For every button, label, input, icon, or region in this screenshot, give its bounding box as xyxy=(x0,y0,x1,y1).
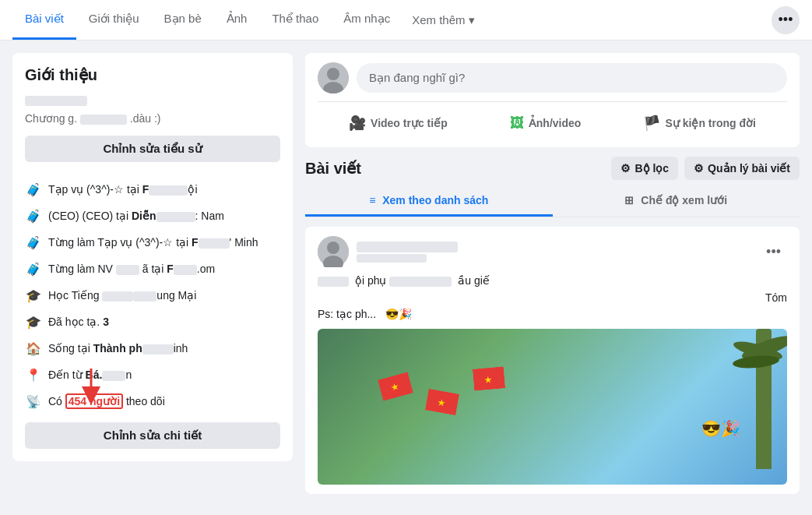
photo-action-button[interactable]: 🖼 Ảnh/video xyxy=(501,108,591,138)
event-action-button[interactable]: 🏴 Sự kiện trong đời xyxy=(634,108,765,138)
list-item: 🏠 Sống tại Thành phinh xyxy=(25,335,280,362)
home-icon: 🏠 xyxy=(25,340,42,357)
manage-icon: ⚙ xyxy=(694,162,704,175)
followers-item: 📡 Có 454 người theo dõi xyxy=(25,388,280,414)
posts-section: Bài viết ⚙ Bộ lọc ⚙ Quản lý bài viết ≡ X… xyxy=(305,157,800,494)
photo-label: Ảnh/video xyxy=(529,117,582,129)
event-label: Sự kiện trong đời xyxy=(665,117,755,129)
tab-the-thao[interactable]: Thể thao xyxy=(259,0,331,40)
list-item: 🧳 (CEO) (CEO) tại Diễn: Nam xyxy=(25,203,280,229)
info-text: (CEO) (CEO) tại Diễn: Nam xyxy=(48,210,280,222)
profile-nav: Bài viết Giới thiệu Bạn bè Ảnh Thể thao … xyxy=(0,0,812,41)
blurred-meta xyxy=(357,254,427,263)
post-emoji-overlay: 😎🎉 xyxy=(701,419,740,438)
post-card: ••• ội phụ ầu giế Tóm Ps: tạc ph... 😎🎉 xyxy=(305,227,800,494)
edit-detail-button[interactable]: Chỉnh sửa chi tiết xyxy=(25,422,280,449)
list-item: 🎓 Học Tiếng ung Mại xyxy=(25,282,280,309)
followers-icon: 📡 xyxy=(25,393,42,410)
list-item: 🧳 Từng làm Tạp vụ (^3^)-☆ tại F' Minh xyxy=(25,229,280,256)
flag-decoration: ★ xyxy=(425,389,459,416)
post-line: Tóm xyxy=(765,291,787,304)
post-author-name xyxy=(357,240,752,252)
grid-icon: ⊞ xyxy=(624,194,634,206)
intro-text: Chương g. .dàu :) xyxy=(25,112,280,125)
tab-xem-them[interactable]: Xem thêm ▾ xyxy=(402,9,483,32)
work-icon: 🧳 xyxy=(25,234,42,251)
tab-am-nhac[interactable]: Âm nhạc xyxy=(331,0,402,40)
posts-controls: ⚙ Bộ lọc ⚙ Quản lý bài viết xyxy=(611,157,800,180)
info-text: Từng làm Tạp vụ (^3^)-☆ tại F' Minh xyxy=(48,236,280,249)
right-panel: Bạn đang nghĩ gì? 🎥 Video trực tiếp 🖼 Ản… xyxy=(305,53,800,494)
palm-leaf xyxy=(732,354,779,369)
filter-label: Bộ lọc xyxy=(634,162,669,175)
post-header: ••• xyxy=(318,236,787,267)
post-line: ầu giế xyxy=(458,274,490,287)
info-text: Tạp vụ (^3^)-☆ tại Fội xyxy=(48,183,280,196)
event-icon: 🏴 xyxy=(643,115,660,132)
education-icon: 🎓 xyxy=(25,313,42,330)
post-input-row: Bạn đang nghĩ gì? xyxy=(318,62,787,93)
info-text: Đã học tạ. 3 xyxy=(48,316,280,328)
filter-icon: ⚙ xyxy=(620,162,631,175)
tab-ban-be[interactable]: Bạn bè xyxy=(152,0,214,40)
post-options-button[interactable]: ••• xyxy=(760,241,787,263)
flag-decoration: ★ xyxy=(473,366,505,390)
education-icon: 🎓 xyxy=(25,287,42,304)
blurred-author xyxy=(357,242,458,252)
post-image: ★ ★ ★ 😎🎉 xyxy=(318,329,787,485)
divider xyxy=(318,101,787,102)
red-arrow xyxy=(72,365,111,404)
main-content: Giới thiệu Chương g. .dàu :) Chỉnh sửa t… xyxy=(0,41,812,506)
filter-button[interactable]: ⚙ Bộ lọc xyxy=(611,157,678,180)
tab-anh[interactable]: Ảnh xyxy=(214,0,260,40)
svg-point-5 xyxy=(327,242,339,254)
left-panel: Giới thiệu Chương g. .dàu :) Chỉnh sửa t… xyxy=(12,53,293,494)
work-icon: 🧳 xyxy=(25,207,42,224)
post-line-ps: Ps: tạc ph... xyxy=(318,308,376,320)
info-text: Học Tiếng ung Mại xyxy=(48,289,280,302)
list-icon: ≡ xyxy=(369,194,375,206)
chevron-down-icon: ▾ xyxy=(469,13,475,27)
more-options-button[interactable]: ••• xyxy=(772,6,800,34)
edit-bio-button[interactable]: Chỉnh sửa tiểu sử xyxy=(25,136,280,162)
blurred-name xyxy=(25,96,87,106)
blurred-line xyxy=(318,277,349,287)
svg-point-2 xyxy=(327,68,339,80)
manage-posts-button[interactable]: ⚙ Quản lý bài viết xyxy=(684,157,800,180)
intro-title: Giới thiệu xyxy=(25,65,280,84)
work-icon: 🧳 xyxy=(25,181,42,198)
intro-section: Giới thiệu Chương g. .dàu :) Chỉnh sửa t… xyxy=(12,53,293,461)
posts-title: Bài viết xyxy=(305,159,361,178)
video-label: Video trực tiếp xyxy=(371,117,448,129)
info-list: 🧳 Tạp vụ (^3^)-☆ tại Fội 🧳 (CEO) (CEO) t… xyxy=(25,176,280,414)
video-action-button[interactable]: 🎥 Video trực tiếp xyxy=(339,108,457,138)
list-item: 📍 Đến từ Bá.n xyxy=(25,362,280,388)
tab-bai-viet[interactable]: Bài viết xyxy=(12,0,76,40)
post-actions: 🎥 Video trực tiếp 🖼 Ảnh/video 🏴 Sự kiện … xyxy=(318,108,787,138)
post-line: ội phụ xyxy=(355,274,389,287)
post-text: ội phụ ầu giế Tóm Ps: tạc ph... 😎🎉 xyxy=(318,273,787,323)
view-list-label: Xem theo danh sách xyxy=(382,194,488,206)
post-input[interactable]: Bạn đang nghĩ gì? xyxy=(357,63,787,93)
post-emojis: 😎🎉 xyxy=(385,308,412,320)
flag-decoration: ★ xyxy=(378,372,413,400)
xem-them-label: Xem thêm xyxy=(412,13,465,26)
view-grid-label: Chế độ xem lưới xyxy=(641,194,727,206)
post-author-avatar xyxy=(318,236,349,267)
post-author-info xyxy=(357,240,752,263)
tab-view-list[interactable]: ≡ Xem theo danh sách xyxy=(305,186,553,217)
blurred-line xyxy=(389,277,452,287)
work-icon: 🧳 xyxy=(25,260,42,277)
list-item: 🎓 Đã học tạ. 3 xyxy=(25,309,280,335)
tab-view-grid[interactable]: ⊞ Chế độ xem lưới xyxy=(553,186,800,217)
location-icon: 📍 xyxy=(25,366,42,383)
video-icon: 🎥 xyxy=(349,115,366,132)
info-text: Từng làm NV ã tại F.om xyxy=(48,263,280,275)
manage-label: Quản lý bài viết xyxy=(708,162,790,175)
tab-gioi-thieu[interactable]: Giới thiệu xyxy=(76,0,152,40)
info-text: Sống tại Thành phinh xyxy=(48,342,280,355)
list-item: 🧳 Tạp vụ (^3^)-☆ tại Fội xyxy=(25,176,280,203)
posts-header: Bài viết ⚙ Bộ lọc ⚙ Quản lý bài viết xyxy=(305,157,800,180)
post-box: Bạn đang nghĩ gì? 🎥 Video trực tiếp 🖼 Ản… xyxy=(305,53,800,147)
photo-icon: 🖼 xyxy=(510,115,524,132)
